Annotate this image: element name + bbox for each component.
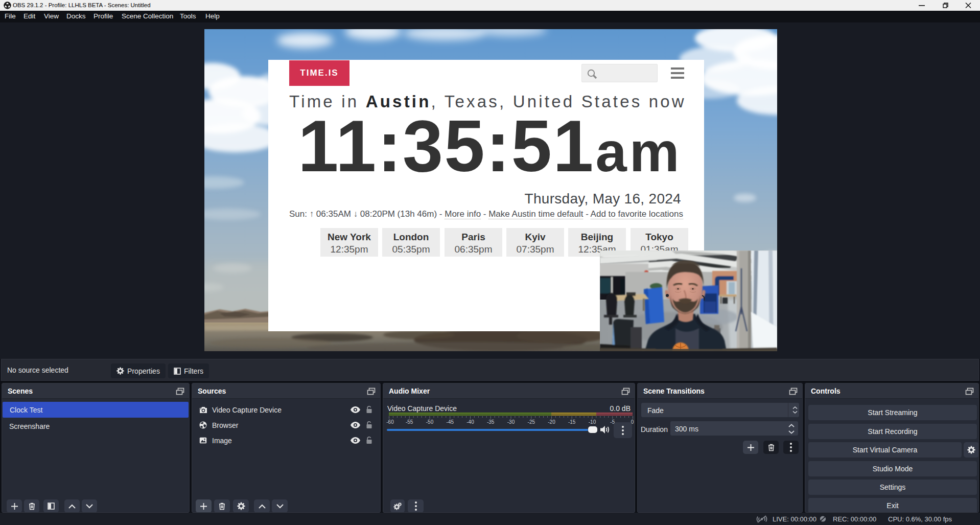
svg-text:-40: -40 [466,419,474,425]
svg-text:-25: -25 [528,419,535,425]
svg-text:-30: -30 [507,419,515,425]
svg-text:-45: -45 [447,419,454,425]
svg-text:-55: -55 [406,419,413,425]
svg-text:-15: -15 [568,419,576,425]
svg-text:-60: -60 [386,419,394,425]
svg-text:-20: -20 [548,419,555,425]
svg-text:-50: -50 [426,419,434,425]
svg-text:-10: -10 [589,419,596,425]
svg-text:-35: -35 [487,419,495,425]
